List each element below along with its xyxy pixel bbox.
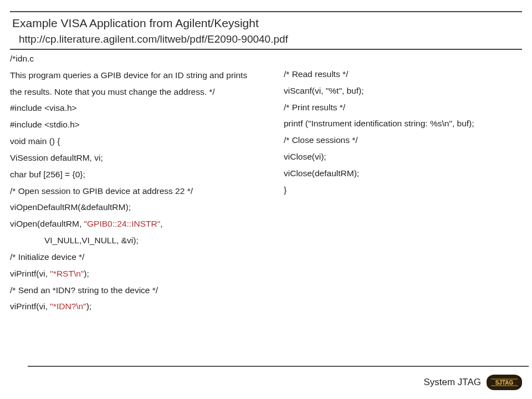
code-line: void main () { — [10, 136, 270, 147]
code-line: #include <visa.h> — [10, 103, 270, 114]
code-line: /* Close sessions */ — [284, 135, 522, 146]
code-line: printf ("Instrument identification strin… — [284, 118, 522, 129]
code-line: /*idn.c — [10, 53, 270, 64]
code-line: /* Read results */ — [284, 69, 522, 80]
code-line: VI_NULL,VI_NULL, &vi); — [10, 235, 270, 246]
footer: System JTAG SJTAG — [423, 375, 522, 390]
code-line: viClose(vi); — [284, 151, 522, 162]
code-column-left: /*idn.cThis program queries a GPIB devic… — [10, 53, 270, 318]
footer-label: System JTAG — [423, 377, 481, 388]
code-line: char buf [256] = {0}; — [10, 169, 270, 180]
slide-title: Example VISA Application from Agilent/Ke… — [12, 17, 522, 30]
code-column-right: /* Read results */viScanf(vi, "%t", buf)… — [284, 53, 522, 318]
code-line: /* Open session to GPIB device at addres… — [10, 186, 270, 197]
title-underline — [10, 49, 522, 50]
code-line: viOpenDefaultRM(&defaultRM); — [10, 202, 270, 213]
code-line: viScanf(vi, "%t", buf); — [284, 85, 522, 96]
code-line: viOpen(defaultRM, "GPIB0::24::INSTR", — [10, 218, 270, 229]
slide-subtitle: http://cp.literature.agilent.com/litweb/… — [19, 33, 522, 45]
code-line: /* Initialize device */ — [10, 252, 270, 263]
code-line: viPrintf(vi, "*IDN?\n"); — [10, 301, 270, 312]
code-line: ViSession defaultRM, vi; — [10, 152, 270, 163]
code-columns: /*idn.cThis program queries a GPIB devic… — [10, 53, 522, 318]
sjtag-logo: SJTAG — [487, 375, 522, 390]
top-divider — [10, 11, 522, 12]
bottom-divider — [28, 366, 529, 367]
code-line: viPrintf(vi, "*RST\n"); — [10, 268, 270, 279]
code-line: /* Print results */ — [284, 102, 522, 113]
logo-text: SJTAG — [495, 380, 514, 386]
code-line: /* Send an *IDN? string to the device */ — [10, 285, 270, 296]
code-line: } — [284, 185, 522, 196]
code-line: This program queries a GPIB device for a… — [10, 70, 270, 81]
code-line: viClose(defaultRM); — [284, 168, 522, 179]
code-line: #include <stdio.h> — [10, 119, 270, 130]
code-line: the results. Note that you must change t… — [10, 86, 270, 98]
